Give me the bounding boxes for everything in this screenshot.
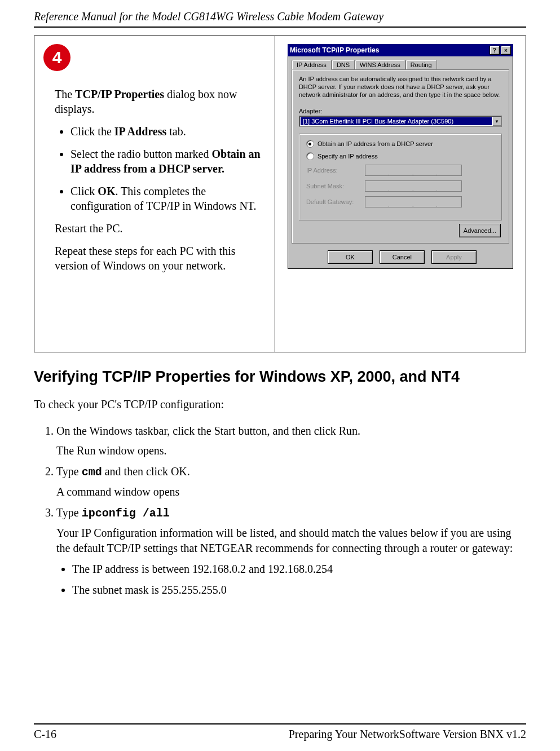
step-2: Type cmd and then click OK. A command wi… <box>56 464 526 500</box>
step-3-sub: Your IP Configuration information will b… <box>56 525 526 556</box>
text: and then click OK. <box>102 465 190 478</box>
dialog-title-text: Microsoft TCP/IP Properties <box>290 46 379 54</box>
step-1-sub: The Run window opens. <box>56 443 526 458</box>
adapter-selected: [1] 3Com Etherlink III PCI Bus-Master Ad… <box>301 117 492 125</box>
page-footer: C-16 Preparing Your NetworkSoftware Vers… <box>34 723 526 741</box>
tab-wins-address[interactable]: WINS Address <box>355 60 405 69</box>
doc-header-title: Reference Manual for the Model CG814WG W… <box>34 0 526 28</box>
step-repeat: Repeat these steps for each PC with this… <box>55 244 266 273</box>
text-bold: TCP/IP Properties <box>75 88 164 100</box>
adapter-label: Adapter: <box>299 108 502 114</box>
ip-address-label: IP Address: <box>306 167 365 174</box>
radio-label: Specify an IP address <box>318 153 378 160</box>
radio-icon <box>306 152 314 160</box>
step-image-cell: Microsoft TCP/IP Properties ? × IP Addre… <box>275 36 526 352</box>
apply-button[interactable]: Apply <box>431 250 477 264</box>
step-2-sub: A command window opens <box>56 484 526 500</box>
inner-bullet: The IP address is between 192.168.0.2 an… <box>72 562 526 577</box>
text: Click the <box>70 125 114 138</box>
ip-groupbox: Obtain an IP address from a DHCP server … <box>299 134 502 220</box>
step-row: 4 The TCP/IP Properties dialog box now d… <box>34 36 526 352</box>
subnet-mask-label: Subnet Mask: <box>306 183 365 189</box>
text: Select the radio button marked <box>70 148 211 160</box>
radio-icon <box>306 140 314 148</box>
subnet-mask-field <box>365 180 462 192</box>
radio-specify-ip[interactable]: Specify an IP address <box>306 152 495 160</box>
step-1: On the Windows taskbar, click the Start … <box>56 423 526 458</box>
dialog-help-button[interactable]: ? <box>490 46 500 55</box>
default-gateway-label: Default Gateway: <box>306 198 365 205</box>
tab-ip-address[interactable]: IP Address <box>292 60 332 70</box>
advanced-button[interactable]: Advanced... <box>459 224 501 237</box>
dialog-close-button[interactable]: × <box>501 46 511 55</box>
inner-bullet: The subnet mask is 255.255.255.0 <box>72 582 526 598</box>
bullet-item: Select the radio button marked Obtain an… <box>70 147 266 176</box>
dialog-titlebar: Microsoft TCP/IP Properties ? × <box>288 44 513 56</box>
tab-routing[interactable]: Routing <box>405 60 437 69</box>
ok-button[interactable]: OK <box>328 250 373 264</box>
radio-label: Obtain an IP address from a DHCP server <box>318 140 433 147</box>
cancel-button[interactable]: Cancel <box>380 250 425 264</box>
dialog-tabs: IP Address DNS WINS Address Routing <box>289 58 512 69</box>
step-intro: The TCP/IP Properties dialog box now dis… <box>55 87 266 116</box>
radio-obtain-dhcp[interactable]: Obtain an IP address from a DHCP server <box>306 140 495 148</box>
text: Type <box>56 465 82 478</box>
text: Click <box>70 185 98 197</box>
bullet-item: Click OK. This completes the configurati… <box>70 184 266 213</box>
text-bold: OK <box>98 185 115 197</box>
section-intro: To check your PC's TCP/IP configuration: <box>34 397 526 412</box>
step-text-cell: 4 The TCP/IP Properties dialog box now d… <box>34 36 275 352</box>
bullet-item: Click the IP Address tab. <box>70 124 266 139</box>
step-3: Type ipconfig /all Your IP Configuration… <box>56 505 526 598</box>
step-1-text: On the Windows taskbar, click the Start … <box>56 425 360 437</box>
text-bold: IP Address <box>114 125 166 138</box>
code-text: cmd <box>82 466 102 479</box>
footer-right: Preparing Your NetworkSoftware Version B… <box>289 728 526 741</box>
dialog-description: An IP address can be automatically assig… <box>299 76 502 99</box>
text: Type <box>56 506 82 519</box>
section-heading: Verifying TCP/IP Properties for Windows … <box>34 368 526 386</box>
text: tab. <box>166 125 186 138</box>
tab-pane: An IP address can be automatically assig… <box>292 69 509 244</box>
chevron-down-icon[interactable]: ▼ <box>492 117 501 126</box>
code-text: ipconfig /all <box>82 507 170 520</box>
ip-address-field <box>365 165 462 176</box>
tab-dns[interactable]: DNS <box>332 60 355 69</box>
tcpip-dialog: Microsoft TCP/IP Properties ? × IP Addre… <box>288 44 513 269</box>
text: The <box>55 88 75 100</box>
adapter-dropdown[interactable]: [1] 3Com Etherlink III PCI Bus-Master Ad… <box>299 116 502 127</box>
footer-left: C-16 <box>34 728 56 741</box>
default-gateway-field <box>365 196 462 207</box>
step-restart: Restart the PC. <box>55 221 266 236</box>
step-number-badge: 4 <box>43 44 70 71</box>
dialog-body: IP Address DNS WINS Address Routing An I… <box>288 56 513 269</box>
